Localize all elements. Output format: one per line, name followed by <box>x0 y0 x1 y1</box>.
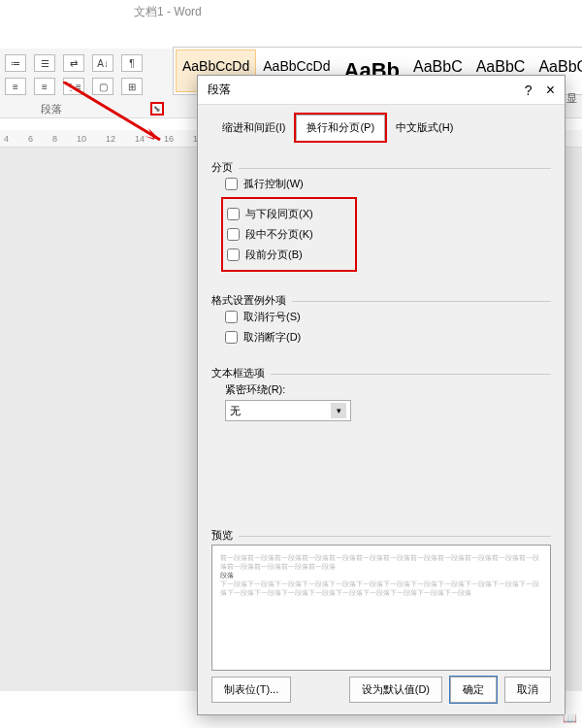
checkbox-break-before[interactable] <box>227 248 240 261</box>
line-spacing-icon[interactable]: ⋮≡ <box>63 78 84 95</box>
number-icon[interactable]: ☰ <box>34 54 55 72</box>
check-no-hyphen[interactable]: 取消断字(D) <box>225 330 551 345</box>
ruler-tick: 14 <box>135 134 145 144</box>
shading-icon[interactable]: ▢ <box>92 78 113 95</box>
check-label: 段中不分页(K) <box>245 227 313 242</box>
status-icon: 📖 <box>563 711 577 725</box>
tab-pagination[interactable]: 换行和分页(P) <box>296 115 385 141</box>
group-pagination: 分页 <box>211 150 551 169</box>
align-center-icon[interactable]: ≡ <box>34 78 55 95</box>
border-icon[interactable]: ⊞ <box>121 78 143 95</box>
tabs: 缩进和间距(I) 换行和分页(P) 中文版式(H) <box>211 115 551 141</box>
preview-after: 下一段落下一段落下一段落下一段落下一段落下一段落下一段落下一段落下一段落下一段落… <box>220 579 542 597</box>
check-label: 取消行号(S) <box>243 310 301 324</box>
indent-icon[interactable]: ⇄ <box>63 54 84 72</box>
preview-current: 段落 <box>220 571 542 579</box>
tight-wrap-select[interactable]: 无 ▾ <box>225 400 351 421</box>
help-icon[interactable]: ? <box>525 83 533 98</box>
checkbox-no-hyphen[interactable] <box>225 331 238 344</box>
dialog-titlebar: 段落 ? × <box>198 76 565 105</box>
check-suppress-lines[interactable]: 取消行号(S) <box>225 310 551 324</box>
tab-chinese[interactable]: 中文版式(H) <box>385 115 464 141</box>
checkbox-suppress-lines[interactable] <box>225 311 238 323</box>
ruler-tick: 16 <box>164 134 174 144</box>
check-label: 取消断字(D) <box>243 330 301 345</box>
preview-before: 前一段落前一段落前一段落前一段落前一段落前一段落前一段落前一段落前一段落前一段落… <box>220 553 542 571</box>
group-label: 文本框选项 <box>211 367 271 379</box>
check-label: 与下段同页(X) <box>245 207 313 221</box>
group-exceptions: 格式设置例外项 <box>211 283 551 302</box>
group-label: 格式设置例外项 <box>211 294 292 306</box>
tight-wrap-row: 紧密环绕(R): 无 ▾ <box>225 382 551 421</box>
ribbon-group-label: 段落 <box>41 102 62 116</box>
ruler-tick: 10 <box>77 134 86 144</box>
ruler-tick: 8 <box>52 134 57 144</box>
check-widow[interactable]: 孤行控制(W) <box>225 177 551 191</box>
dialog-buttons: 制表位(T)... 设为默认值(D) 确定 取消 <box>211 677 551 703</box>
dialog-title: 段落 <box>208 82 525 98</box>
cancel-button[interactable]: 取消 <box>504 677 551 703</box>
checkbox-widow[interactable] <box>225 178 238 190</box>
select-value: 无 <box>230 404 241 418</box>
check-keep-together[interactable]: 段中不分页(K) <box>227 227 351 242</box>
preview-box: 前一段落前一段落前一段落前一段落前一段落前一段落前一段落前一段落前一段落前一段落… <box>211 545 551 671</box>
highlighted-checks: 与下段同页(X) 段中不分页(K) 段前分页(B) <box>221 197 357 272</box>
check-break-before[interactable]: 段前分页(B) <box>227 248 351 262</box>
checkbox-keep-next[interactable] <box>227 208 240 220</box>
dialog-launcher-icon[interactable]: ⬊ <box>150 102 164 116</box>
default-button[interactable]: 设为默认值(D) <box>349 677 442 703</box>
close-icon[interactable]: × <box>546 82 555 99</box>
bullet-icon[interactable]: ≔ <box>5 54 26 72</box>
select-label: 紧密环绕(R): <box>225 382 551 397</box>
ruler-tick: 6 <box>28 134 33 144</box>
paragraph-dialog: 段落 ? × 缩进和间距(I) 换行和分页(P) 中文版式(H) 分页 孤行控制… <box>197 75 566 715</box>
ribbon-row2: ≡ ≡ ⋮≡ ▢ ⊞ <box>5 78 143 95</box>
group-preview: 预览 <box>211 518 551 537</box>
checkbox-keep-together[interactable] <box>227 228 240 241</box>
app-title: 文档1 - Word <box>134 4 202 20</box>
group-label: 预览 <box>211 529 239 541</box>
tabs-button[interactable]: 制表位(T)... <box>211 677 291 703</box>
chevron-down-icon: ▾ <box>331 403 346 418</box>
tab-indent[interactable]: 缩进和间距(I) <box>211 115 296 141</box>
dialog-body: 缩进和间距(I) 换行和分页(P) 中文版式(H) 分页 孤行控制(W) 与下段… <box>198 105 565 680</box>
ribbon-row1: ≔ ☰ ⇄ A↓ ¶ <box>5 54 143 72</box>
group-textbox: 文本框选项 <box>211 356 551 375</box>
group-label: 分页 <box>211 161 239 173</box>
sort-icon[interactable]: A↓ <box>92 54 113 72</box>
check-keep-next[interactable]: 与下段同页(X) <box>227 207 351 221</box>
ok-button[interactable]: 确定 <box>450 677 497 703</box>
check-label: 段前分页(B) <box>245 248 303 262</box>
ruler-tick: 12 <box>106 134 115 144</box>
align-left-icon[interactable]: ≡ <box>5 78 26 95</box>
check-label: 孤行控制(W) <box>243 177 304 191</box>
ruler-tick: 4 <box>4 134 9 144</box>
para-mark-icon[interactable]: ¶ <box>121 54 143 72</box>
